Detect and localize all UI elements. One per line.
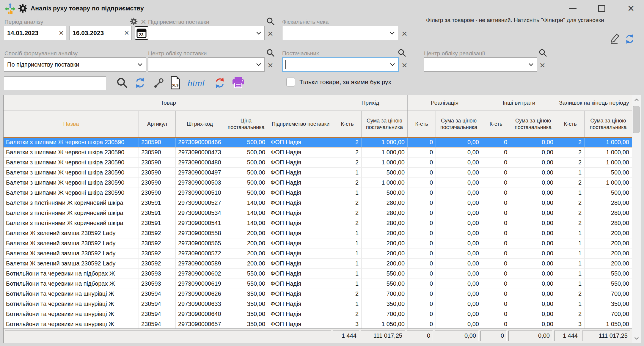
period-settings-gear-icon[interactable] bbox=[130, 18, 138, 25]
supplier-search-icon[interactable] bbox=[398, 48, 406, 57]
supplier-clear-icon[interactable]: × bbox=[402, 60, 407, 70]
refresh-filter-icon[interactable] bbox=[624, 33, 635, 45]
table-row[interactable]: Балетки з плетіннями Ж коричневий шкіра … bbox=[4, 208, 632, 218]
group-header-inshi[interactable]: Інші витрати bbox=[482, 95, 556, 111]
column-header-other-qty[interactable]: К-сть bbox=[482, 111, 510, 137]
only-movement-checkbox[interactable] bbox=[286, 78, 295, 86]
table-row[interactable]: Балетки з шипами Ж червоні шкіра 230590 … bbox=[4, 137, 632, 147]
refresh-report-icon[interactable] bbox=[214, 77, 226, 89]
cell-sale-sum: 0,00 bbox=[436, 309, 482, 319]
cell-sale-sum: 0,00 bbox=[436, 218, 482, 228]
table-row[interactable]: Ботильйони та черевики на підборах Ж 230… bbox=[4, 279, 632, 289]
column-header-bal-qty[interactable]: К-сть bbox=[556, 111, 585, 137]
column-header-in-qty[interactable]: К-сть bbox=[333, 111, 362, 137]
supply-center-search-icon[interactable] bbox=[266, 48, 275, 57]
sales-center-search-icon[interactable] bbox=[538, 48, 547, 57]
sales-center-clear-icon[interactable]: × bbox=[540, 60, 545, 70]
minimize-button[interactable] bbox=[566, 2, 579, 15]
date-to-field[interactable]: 16.03.2023 × bbox=[69, 26, 132, 40]
gear-icon[interactable] bbox=[18, 4, 28, 13]
supply-enterprise-select[interactable] bbox=[148, 26, 265, 40]
cell-name: Балетки з шипами Ж червоні шкіра 230590 bbox=[4, 178, 139, 188]
cell-in-sum: 500,00 bbox=[362, 188, 408, 198]
column-header-article[interactable]: Артикул bbox=[139, 111, 176, 137]
table-row[interactable]: Ботильйони та черевики на шнурівці Ж 230… bbox=[4, 289, 632, 299]
cell-bal-sum: 550,00 bbox=[585, 269, 632, 279]
cell-price: 500,00 bbox=[224, 188, 268, 198]
supply-center-clear-icon[interactable]: × bbox=[268, 60, 273, 70]
column-header-price[interactable]: Ціна постачальника bbox=[224, 111, 268, 137]
cell-sale-sum: 0,00 bbox=[436, 299, 482, 309]
supply-center-select[interactable] bbox=[148, 57, 265, 72]
date-to-clear-icon[interactable]: × bbox=[124, 29, 129, 37]
print-icon[interactable] bbox=[232, 76, 245, 89]
column-header-in-sum[interactable]: Сума за ціною постачальника bbox=[362, 111, 408, 137]
date-from-value: 14.01.2023 bbox=[4, 29, 38, 37]
scroll-up-button[interactable] bbox=[632, 95, 641, 105]
cell-other-qty: 0 bbox=[482, 228, 510, 238]
column-header-bal-sum[interactable]: Сума за ціною постачальника bbox=[585, 111, 632, 137]
close-button[interactable]: × bbox=[625, 2, 637, 15]
refresh-icon[interactable] bbox=[134, 77, 146, 89]
supply-enterprise-search-icon[interactable] bbox=[266, 17, 275, 26]
cell-article: 230590 bbox=[139, 178, 176, 188]
table-row[interactable]: Балетки з плетіннями Ж коричневий шкіра … bbox=[4, 198, 632, 208]
cell-in-sum: 1 000,00 bbox=[362, 178, 408, 188]
table-row[interactable]: Балетки з плетіннями Ж коричневий шкіра … bbox=[4, 218, 632, 228]
cell-other-sum: 0,00 bbox=[510, 198, 556, 208]
table-body: Балетки з шипами Ж червоні шкіра 230590 … bbox=[4, 137, 632, 328]
fiscality-select[interactable] bbox=[282, 26, 398, 40]
column-header-barcode[interactable]: Штрих-код bbox=[176, 111, 224, 137]
group-header-tovar[interactable]: Товар bbox=[4, 95, 333, 111]
cell-other-sum: 0,00 bbox=[510, 289, 556, 299]
table-row[interactable]: Ботильйони та черевики на шнурівці Ж 230… bbox=[4, 319, 632, 328]
cell-in-sum: 200,00 bbox=[362, 228, 408, 238]
table-row[interactable]: Балетки Ж зелений замша 230592 Lady 2305… bbox=[4, 228, 632, 238]
wrench-settings-icon[interactable] bbox=[153, 78, 164, 89]
period-clear-icon[interactable]: × bbox=[141, 17, 146, 26]
group-header-realizacia[interactable]: Реалізація bbox=[408, 95, 482, 111]
table-row[interactable]: Ботильйони та черевики на шнурівці Ж 230… bbox=[4, 299, 632, 309]
scrollbar-thumb[interactable] bbox=[633, 106, 640, 133]
column-header-name[interactable]: Назва bbox=[4, 111, 139, 137]
fiscality-clear-icon[interactable]: × bbox=[402, 29, 407, 38]
table-row[interactable]: Балетки з шипами Ж червоні шкіра 230590 … bbox=[4, 168, 632, 178]
supplier-select[interactable] bbox=[282, 57, 399, 72]
column-header-sale-qty[interactable]: К-сть bbox=[408, 111, 436, 137]
table-row[interactable]: Балетки Ж зелений замша 230592 Lady 2305… bbox=[4, 259, 632, 269]
analysis-method-select[interactable]: По підприємству поставки bbox=[4, 57, 146, 72]
column-header-enterprise[interactable]: Підприємство поставки bbox=[268, 111, 333, 137]
group-header-zalyshok[interactable]: Залишок на кінець періоду bbox=[556, 95, 632, 111]
scroll-down-button[interactable] bbox=[632, 334, 641, 343]
search-icon[interactable] bbox=[116, 77, 128, 89]
date-from-clear-icon[interactable]: × bbox=[59, 29, 64, 37]
export-xls-icon[interactable]: XLS bbox=[170, 76, 180, 89]
date-from-field[interactable]: 14.01.2023 × bbox=[4, 26, 66, 40]
calendar-button[interactable]: 23 bbox=[135, 26, 148, 40]
column-header-sale-sum[interactable]: Сума за ціною постачальника bbox=[436, 111, 482, 137]
quick-search-input[interactable] bbox=[4, 76, 106, 90]
supply-enterprise-clear-icon[interactable]: × bbox=[268, 29, 273, 38]
column-header-other-sum[interactable]: Сума за ціною постачальника bbox=[510, 111, 556, 137]
chevron-down-icon bbox=[634, 337, 639, 340]
table-row[interactable]: Балетки з шипами Ж червоні шкіра 230590 … bbox=[4, 178, 632, 188]
maximize-button[interactable] bbox=[596, 2, 608, 15]
export-html-icon[interactable]: html bbox=[188, 79, 205, 88]
cell-article: 230592 bbox=[139, 259, 176, 268]
group-header-prihid[interactable]: Прихід bbox=[333, 95, 408, 111]
cell-barcode: 2973090000633 bbox=[176, 299, 224, 309]
totals-spacer bbox=[5, 331, 331, 341]
cell-enterprise: ФОП Надія bbox=[268, 147, 333, 157]
table-row[interactable]: Балетки Ж зелений замша 230592 Lady 2305… bbox=[4, 238, 632, 249]
vertical-scrollbar[interactable] bbox=[632, 95, 641, 343]
edit-filter-pencil-icon[interactable] bbox=[610, 33, 620, 45]
cell-bal-qty: 1 bbox=[556, 279, 585, 289]
table-row[interactable]: Ботильйони та черевики на підборах Ж 230… bbox=[4, 269, 632, 279]
table-row[interactable]: Балетки з шипами Ж червоні шкіра 230590 … bbox=[4, 147, 632, 158]
table-row[interactable]: Ботильйони та черевики на шнурівці Ж 230… bbox=[4, 309, 632, 319]
table-row[interactable]: Балетки з шипами Ж червоні шкіра 230590 … bbox=[4, 158, 632, 168]
sales-center-select[interactable] bbox=[424, 57, 537, 72]
table-row[interactable]: Балетки Ж зелений замша 230592 Lady 2305… bbox=[4, 249, 632, 259]
table-totals-row: 1 444 111 017,25 0 0,00 0 0,00 1 444 111… bbox=[4, 328, 632, 343]
table-row[interactable]: Балетки з шипами Ж червоні шкіра 230590 … bbox=[4, 188, 632, 198]
